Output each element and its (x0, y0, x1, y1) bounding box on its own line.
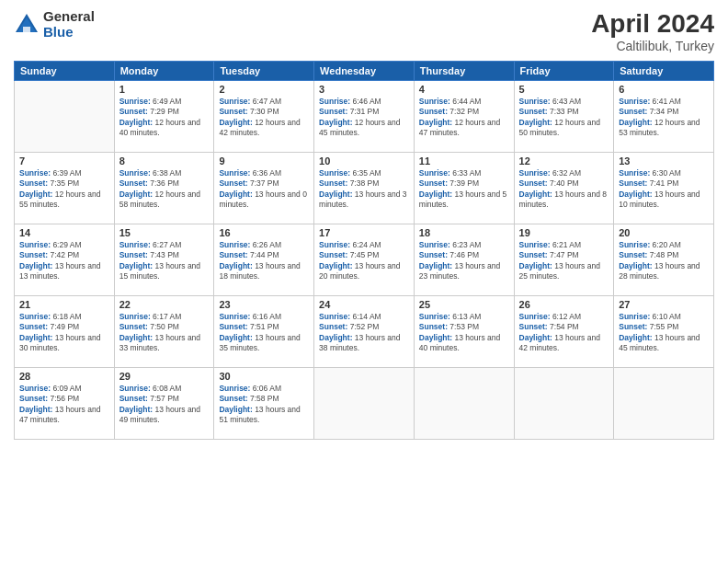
day-number: 17 (319, 227, 409, 238)
day-number: 5 (519, 84, 609, 95)
day-number: 9 (219, 155, 309, 167)
calendar-cell: 4Sunrise: 6:44 AMSunset: 7:32 PMDaylight… (414, 81, 514, 153)
calendar-cell: 19Sunrise: 6:21 AMSunset: 7:47 PMDayligh… (514, 224, 614, 296)
calendar-cell: 24Sunrise: 6:14 AMSunset: 7:52 PMDayligh… (314, 296, 415, 368)
day-number: 1 (119, 84, 210, 95)
calendar-cell: 28Sunrise: 6:09 AMSunset: 7:56 PMDayligh… (15, 368, 115, 440)
day-info: Sunrise: 6:12 AMSunset: 7:54 PMDaylight:… (519, 312, 609, 354)
calendar-title: April 2024 (591, 9, 714, 39)
calendar-week-row: 14Sunrise: 6:29 AMSunset: 7:42 PMDayligh… (15, 224, 714, 296)
calendar-cell (15, 81, 115, 153)
calendar-cell: 12Sunrise: 6:32 AMSunset: 7:40 PMDayligh… (514, 153, 614, 224)
calendar-cell: 20Sunrise: 6:20 AMSunset: 7:48 PMDayligh… (614, 224, 714, 296)
day-info: Sunrise: 6:10 AMSunset: 7:55 PMDaylight:… (619, 312, 709, 354)
logo-text: General Blue (43, 9, 95, 40)
calendar-cell: 21Sunrise: 6:18 AMSunset: 7:49 PMDayligh… (15, 296, 115, 368)
day-number: 15 (119, 227, 210, 238)
day-number: 21 (19, 299, 109, 310)
day-info: Sunrise: 6:43 AMSunset: 7:33 PMDaylight:… (519, 97, 609, 139)
day-info: Sunrise: 6:46 AMSunset: 7:31 PMDaylight:… (319, 97, 409, 139)
logo: General Blue (14, 9, 95, 40)
day-info: Sunrise: 6:33 AMSunset: 7:39 PMDaylight:… (419, 168, 509, 211)
day-info: Sunrise: 6:30 AMSunset: 7:41 PMDaylight:… (619, 168, 709, 211)
calendar-subtitle: Caltilibuk, Turkey (591, 39, 714, 53)
day-info: Sunrise: 6:20 AMSunset: 7:48 PMDaylight:… (619, 240, 709, 282)
calendar-table: SundayMondayTuesdayWednesdayThursdayFrid… (14, 61, 714, 440)
day-info: Sunrise: 6:26 AMSunset: 7:44 PMDaylight:… (219, 240, 309, 282)
day-info: Sunrise: 6:38 AMSunset: 7:36 PMDaylight:… (119, 168, 210, 211)
calendar-cell: 17Sunrise: 6:24 AMSunset: 7:45 PMDayligh… (314, 224, 415, 296)
day-info: Sunrise: 6:29 AMSunset: 7:42 PMDaylight:… (19, 240, 109, 282)
calendar-cell: 8Sunrise: 6:38 AMSunset: 7:36 PMDaylight… (114, 153, 214, 224)
calendar-cell (514, 368, 614, 440)
calendar-cell: 27Sunrise: 6:10 AMSunset: 7:55 PMDayligh… (614, 296, 714, 368)
calendar-cell: 22Sunrise: 6:17 AMSunset: 7:50 PMDayligh… (114, 296, 214, 368)
calendar-cell (314, 368, 415, 440)
calendar-cell: 29Sunrise: 6:08 AMSunset: 7:57 PMDayligh… (114, 368, 214, 440)
day-number: 22 (119, 299, 210, 310)
logo-blue-text: Blue (43, 25, 95, 40)
day-number: 26 (519, 299, 609, 310)
day-info: Sunrise: 6:17 AMSunset: 7:50 PMDaylight:… (119, 312, 210, 354)
day-number: 30 (219, 371, 309, 382)
day-number: 27 (619, 299, 709, 310)
calendar-week-row: 28Sunrise: 6:09 AMSunset: 7:56 PMDayligh… (15, 368, 714, 440)
day-number: 25 (419, 299, 509, 310)
calendar-cell: 10Sunrise: 6:35 AMSunset: 7:38 PMDayligh… (314, 153, 415, 224)
svg-rect-2 (23, 27, 30, 32)
day-number: 3 (319, 84, 409, 95)
calendar-cell: 14Sunrise: 6:29 AMSunset: 7:42 PMDayligh… (15, 224, 115, 296)
day-info: Sunrise: 6:35 AMSunset: 7:38 PMDaylight:… (319, 168, 409, 211)
day-number: 13 (619, 155, 709, 167)
calendar-week-row: 7Sunrise: 6:39 AMSunset: 7:35 PMDaylight… (15, 153, 714, 224)
day-info: Sunrise: 6:41 AMSunset: 7:34 PMDaylight:… (619, 97, 709, 139)
day-number: 10 (319, 155, 409, 167)
day-info: Sunrise: 6:08 AMSunset: 7:57 PMDaylight:… (119, 384, 210, 426)
calendar-cell (414, 368, 514, 440)
day-info: Sunrise: 6:13 AMSunset: 7:53 PMDaylight:… (419, 312, 509, 354)
calendar-cell: 5Sunrise: 6:43 AMSunset: 7:33 PMDaylight… (514, 81, 614, 153)
day-info: Sunrise: 6:16 AMSunset: 7:51 PMDaylight:… (219, 312, 309, 354)
day-number: 20 (619, 227, 709, 238)
calendar-cell: 15Sunrise: 6:27 AMSunset: 7:43 PMDayligh… (114, 224, 214, 296)
day-info: Sunrise: 6:18 AMSunset: 7:49 PMDaylight:… (19, 312, 109, 354)
day-number: 14 (19, 227, 109, 238)
calendar-cell: 23Sunrise: 6:16 AMSunset: 7:51 PMDayligh… (214, 296, 314, 368)
day-number: 16 (219, 227, 309, 238)
day-info: Sunrise: 6:24 AMSunset: 7:45 PMDaylight:… (319, 240, 409, 282)
calendar-cell: 3Sunrise: 6:46 AMSunset: 7:31 PMDaylight… (314, 81, 415, 153)
day-info: Sunrise: 6:47 AMSunset: 7:30 PMDaylight:… (219, 97, 309, 139)
calendar-week-row: 1Sunrise: 6:49 AMSunset: 7:29 PMDaylight… (15, 81, 714, 153)
day-number: 11 (419, 155, 509, 167)
day-number: 18 (419, 227, 509, 238)
page: General Blue April 2024 Caltilibuk, Turk… (0, 0, 728, 563)
title-block: April 2024 Caltilibuk, Turkey (591, 9, 714, 53)
weekday-header-tuesday: Tuesday (214, 62, 314, 81)
calendar-cell: 6Sunrise: 6:41 AMSunset: 7:34 PMDaylight… (614, 81, 714, 153)
calendar-week-row: 21Sunrise: 6:18 AMSunset: 7:49 PMDayligh… (15, 296, 714, 368)
weekday-header-friday: Friday (514, 62, 614, 81)
header: General Blue April 2024 Caltilibuk, Turk… (14, 9, 714, 53)
calendar-cell: 7Sunrise: 6:39 AMSunset: 7:35 PMDaylight… (15, 153, 115, 224)
calendar-cell: 26Sunrise: 6:12 AMSunset: 7:54 PMDayligh… (514, 296, 614, 368)
calendar-cell: 1Sunrise: 6:49 AMSunset: 7:29 PMDaylight… (114, 81, 214, 153)
calendar-cell: 25Sunrise: 6:13 AMSunset: 7:53 PMDayligh… (414, 296, 514, 368)
day-number: 8 (119, 155, 210, 167)
day-info: Sunrise: 6:32 AMSunset: 7:40 PMDaylight:… (519, 168, 609, 211)
day-number: 2 (219, 84, 309, 95)
calendar-cell: 13Sunrise: 6:30 AMSunset: 7:41 PMDayligh… (614, 153, 714, 224)
day-info: Sunrise: 6:23 AMSunset: 7:46 PMDaylight:… (419, 240, 509, 282)
calendar-cell: 9Sunrise: 6:36 AMSunset: 7:37 PMDaylight… (214, 153, 314, 224)
weekday-header-row: SundayMondayTuesdayWednesdayThursdayFrid… (15, 62, 714, 81)
day-number: 23 (219, 299, 309, 310)
logo-general-text: General (43, 9, 95, 25)
calendar-cell: 16Sunrise: 6:26 AMSunset: 7:44 PMDayligh… (214, 224, 314, 296)
weekday-header-wednesday: Wednesday (314, 62, 415, 81)
day-info: Sunrise: 6:49 AMSunset: 7:29 PMDaylight:… (119, 97, 210, 139)
day-info: Sunrise: 6:27 AMSunset: 7:43 PMDaylight:… (119, 240, 210, 282)
day-number: 6 (619, 84, 709, 95)
weekday-header-monday: Monday (114, 62, 214, 81)
day-info: Sunrise: 6:44 AMSunset: 7:32 PMDaylight:… (419, 97, 509, 139)
day-number: 12 (519, 155, 609, 167)
day-number: 4 (419, 84, 509, 95)
